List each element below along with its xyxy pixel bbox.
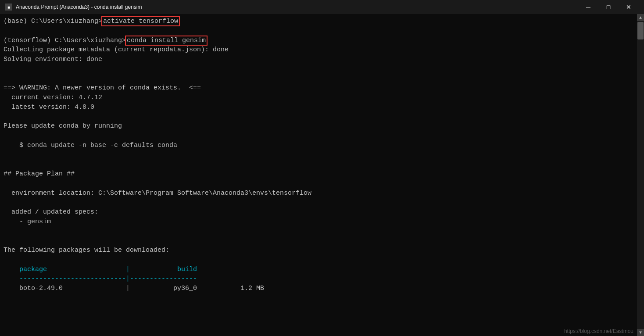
app-icon: ■ (5, 4, 12, 11)
terminal-line-empty-3 (4, 74, 640, 84)
terminal-line-5: Solving environment: done (4, 55, 640, 64)
terminal-line-empty-9 (4, 198, 640, 207)
titlebar-buttons: ─ □ ✕ (578, 0, 639, 14)
terminal-line-3: (tensorflow) C:\Users\xiuzhang>conda ins… (4, 36, 640, 46)
terminal-line-added-specs: added / updated specs: (4, 207, 640, 217)
terminal-line-current-version: current version: 4.7.12 (4, 93, 640, 103)
terminal-line-env-location: environment location: C:\Software\Progra… (4, 189, 640, 198)
terminal-line-latest-version: latest version: 4.8.0 (4, 103, 640, 112)
terminal-line-empty-8 (4, 179, 640, 189)
titlebar-left: ■ Anaconda Prompt (Anaconda3) - conda in… (5, 4, 142, 11)
terminal-content: (base) C:\Users\xiuzhang>activate tensor… (4, 17, 640, 293)
scrollbar-down-button[interactable]: ▼ (637, 329, 644, 336)
scrollbar[interactable]: ▲ ▼ (637, 14, 644, 336)
terminal-line-empty-11 (4, 236, 640, 246)
close-button[interactable]: ✕ (619, 0, 639, 14)
command-activate-tensorflow: activate tensorflow (102, 17, 179, 25)
terminal-table-sep: ---------------------------|------------… (4, 274, 640, 284)
terminal-line-empty-5 (4, 131, 640, 141)
terminal-window: (base) C:\Users\xiuzhang>activate tensor… (0, 14, 644, 336)
command-conda-install-gensim: conda install gensim (126, 36, 207, 45)
terminal-line-1: (base) C:\Users\xiuzhang>activate tensor… (4, 17, 640, 26)
prompt-base: (base) C:\Users\xiuzhang> (4, 18, 102, 25)
terminal-line-empty-2 (4, 64, 640, 74)
watermark: https://blog.csdn.net/Eastmou (564, 328, 633, 334)
terminal-line-4: Collecting package metadata (current_rep… (4, 45, 640, 55)
terminal-line-update-msg: Please update conda by running (4, 122, 640, 131)
terminal-line-empty-1 (4, 26, 640, 36)
scrollbar-thumb[interactable] (637, 22, 644, 39)
maximize-button[interactable]: □ (598, 0, 619, 14)
terminal-line-empty-12 (4, 255, 640, 265)
terminal-line-gensim-spec: - gensim (4, 217, 640, 227)
minimize-button[interactable]: ─ (578, 0, 598, 14)
terminal-line-empty-7 (4, 160, 640, 169)
titlebar-title: Anaconda Prompt (Anaconda3) - conda inst… (16, 4, 142, 10)
terminal-line-empty-10 (4, 227, 640, 236)
prompt-tensorflow: (tensorflow) C:\Users\xiuzhang> (4, 37, 126, 44)
terminal-line-empty-4 (4, 112, 640, 122)
scrollbar-up-button[interactable]: ▲ (637, 14, 644, 21)
terminal-table-header: package | build (4, 265, 640, 275)
terminal-line-following-pkgs: The following packages will be downloade… (4, 246, 640, 255)
terminal-line-empty-6 (4, 150, 640, 160)
terminal-table-row-boto: boto-2.49.0 | py36_0 1.2 MB (4, 284, 640, 293)
terminal-line-pkg-plan: ## Package Plan ## (4, 169, 640, 179)
terminal-line-update-cmd: $ conda update -n base -c defaults conda (4, 141, 640, 150)
terminal-line-warning: ==> WARNING: A newer version of conda ex… (4, 83, 640, 93)
titlebar: ■ Anaconda Prompt (Anaconda3) - conda in… (0, 0, 644, 14)
